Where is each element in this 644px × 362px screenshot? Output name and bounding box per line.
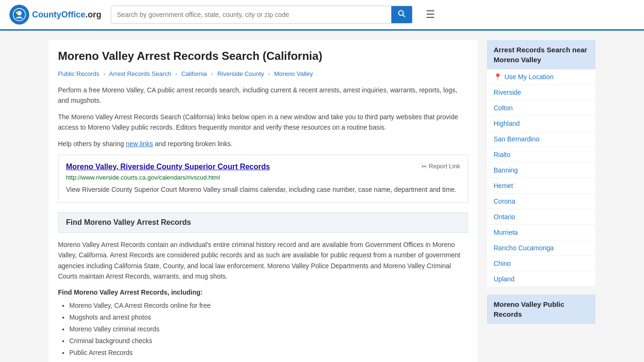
use-my-location-link[interactable]: Use My Location	[504, 73, 553, 81]
list-item: Moreno Valley, CA Arrest Records online …	[69, 300, 468, 312]
new-links-link[interactable]: new links	[126, 140, 153, 148]
sidebar-item-upland[interactable]: Upland	[487, 272, 595, 287]
list-item: Public Arrest Records	[69, 347, 468, 359]
page-title: Moreno Valley Arrest Records Search (Cal…	[58, 49, 468, 63]
sidebar-item-rancho-cucamonga[interactable]: Rancho Cucamonga	[487, 240, 595, 256]
svg-line-4	[403, 15, 405, 17]
description-para2: The Moreno Valley Arrest Records Search …	[58, 112, 468, 133]
find-section-header: Find Moreno Valley Arrest Records	[58, 212, 468, 233]
sidebar-item-colton[interactable]: Colton	[487, 100, 595, 116]
find-section-body: Moreno Valley Arrest Records contain an …	[58, 239, 468, 282]
breadcrumb-arrest-records[interactable]: Arrest Records Search	[109, 70, 171, 77]
sidebar-item-highland[interactable]: Highland	[487, 116, 595, 132]
find-section-title: Find Moreno Valley Arrest Records	[66, 218, 460, 227]
logo-area[interactable]: CountyOffice.org	[9, 5, 101, 25]
record-card-header: Moreno Valley, Riverside County Superior…	[66, 163, 460, 171]
report-link-button[interactable]: ✂ Report Link	[421, 163, 460, 170]
record-url: http://www.riverside.courts.ca.gov/calen…	[66, 174, 460, 181]
record-description: View Riverside County Superior Court Mor…	[66, 185, 460, 195]
public-records-section: Moreno Valley Public Records	[487, 295, 595, 324]
sidebar-item-riverside[interactable]: Riverside	[487, 85, 595, 100]
scissors-icon: ✂	[421, 163, 427, 170]
sidebar-item-hemet[interactable]: Hemet	[487, 178, 595, 194]
sidebar-item-chino[interactable]: Chino	[487, 256, 595, 272]
breadcrumb-riverside-county[interactable]: Riverside County	[217, 70, 264, 77]
sidebar-item-ontario[interactable]: Ontario	[487, 209, 595, 225]
site-header: CountyOffice.org ☰	[0, 0, 644, 31]
record-title-link[interactable]: Moreno Valley, Riverside County Superior…	[66, 163, 270, 171]
breadcrumb-public-records[interactable]: Public Records	[58, 70, 99, 77]
svg-point-3	[399, 11, 404, 16]
sidebar-item-murrieta[interactable]: Murrieta	[487, 225, 595, 240]
svg-point-2	[16, 12, 18, 14]
description-para3: Help others by sharing new links and rep…	[58, 139, 468, 149]
logo-text: CountyOffice.org	[32, 10, 101, 20]
arrest-records-list: Moreno Valley, CA Arrest Records online …	[58, 300, 468, 359]
breadcrumb-moreno-valley[interactable]: Moreno Valley	[274, 70, 313, 77]
sidebar: Arrest Records Search near Moreno Valley…	[487, 40, 595, 362]
description-para1: Perform a free Moreno Valley, CA public …	[58, 85, 468, 106]
breadcrumb: Public Records › Arrest Records Search ›…	[58, 70, 468, 77]
sidebar-item-san-bernardino[interactable]: San Bernardino	[487, 132, 595, 147]
use-my-location-item[interactable]: 📍 Use My Location	[487, 69, 595, 85]
sidebar-item-corona[interactable]: Corona	[487, 194, 595, 209]
nearby-section-title: Arrest Records Search near Moreno Valley	[487, 40, 595, 69]
list-item: Moreno Valley criminal records	[69, 323, 468, 335]
location-pin-icon: 📍	[494, 73, 502, 81]
main-container: Moreno Valley Arrest Records Search (Cal…	[39, 31, 605, 362]
search-bar	[111, 6, 413, 24]
list-item: Criminal background checks	[69, 335, 468, 347]
sidebar-item-banning[interactable]: Banning	[487, 163, 595, 178]
list-item: Mugshots and arrest photos	[69, 312, 468, 323]
logo-icon	[9, 5, 29, 25]
public-records-section-title: Moreno Valley Public Records	[487, 295, 595, 324]
hamburger-menu-button[interactable]: ☰	[422, 7, 439, 23]
content-area: Moreno Valley Arrest Records Search (Cal…	[49, 40, 478, 362]
search-button[interactable]	[391, 6, 412, 23]
find-subsection-title: Find Moreno Valley Arrest Records, inclu…	[58, 288, 468, 296]
record-card: Moreno Valley, Riverside County Superior…	[58, 155, 468, 203]
nearby-section: Arrest Records Search near Moreno Valley…	[487, 40, 595, 287]
search-input[interactable]	[111, 6, 391, 23]
breadcrumb-california[interactable]: California	[181, 70, 207, 77]
sidebar-item-rialto[interactable]: Rialto	[487, 147, 595, 163]
